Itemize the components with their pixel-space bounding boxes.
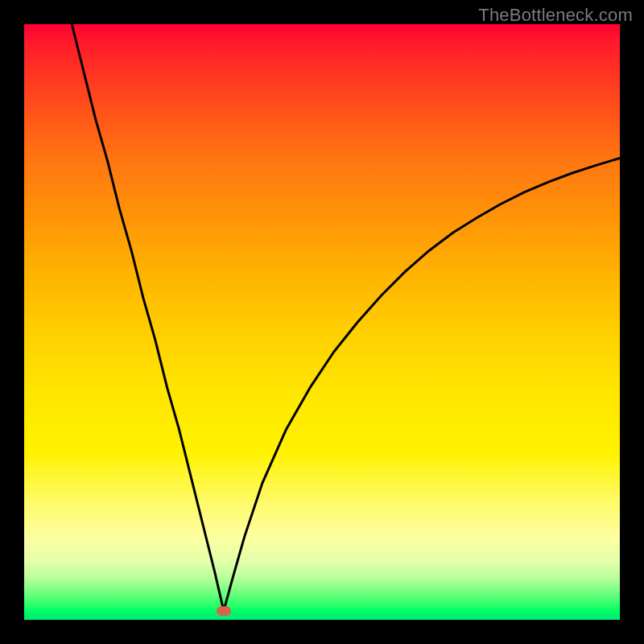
chart-frame: TheBottleneck.com [0, 0, 644, 644]
plot-area [24, 24, 620, 620]
curve-svg [24, 24, 620, 620]
optimum-marker [217, 606, 231, 616]
bottleneck-curve [72, 24, 620, 611]
watermark-text: TheBottleneck.com [478, 5, 633, 26]
